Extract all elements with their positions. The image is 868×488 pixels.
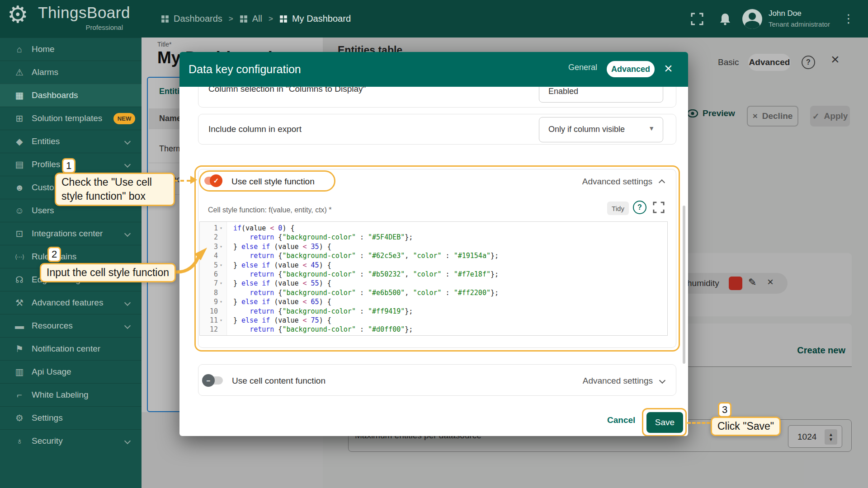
breadcrumb-separator: > xyxy=(229,14,233,23)
chevron-down-icon xyxy=(124,438,131,444)
step-badge-1: 1 xyxy=(62,158,75,174)
fn-signature-label: Cell style function: f(value, entity, ct… xyxy=(208,206,332,214)
sidebar-item-label: Security xyxy=(32,436,63,446)
code-line[interactable]: 11▾} else if (value < 75) { xyxy=(200,316,667,325)
sidebar-item-home[interactable]: ⌂Home xyxy=(0,38,142,61)
chevron-down-icon xyxy=(124,300,131,306)
chevron-down-icon xyxy=(124,138,131,145)
sidebar-item-api-usage[interactable]: ▥Api Usage xyxy=(0,360,142,383)
code-line[interactable]: 4 return {"background-color" : "#62c5e3"… xyxy=(200,251,667,260)
fn-fullscreen-icon[interactable] xyxy=(653,202,665,215)
sidebar-item-resources[interactable]: ▬Resources xyxy=(0,314,142,337)
code-line[interactable]: 3▾} else if (value < 35) { xyxy=(200,242,667,251)
new-badge: NEW xyxy=(113,113,135,124)
dialog-close-icon[interactable]: × xyxy=(664,60,673,77)
code-editor[interactable]: 1▾if(value < 0) {2 return {"background-c… xyxy=(199,221,668,336)
dialog-scrollbar[interactable] xyxy=(683,206,685,364)
cell-style-toggle-knob[interactable]: ✓ xyxy=(210,174,222,187)
line-number: 1 xyxy=(200,224,218,233)
dialog-title: Data key configuration xyxy=(189,63,301,76)
more-menu-icon[interactable]: ⋮ xyxy=(843,0,854,38)
chevron-down-icon xyxy=(124,161,131,168)
fold-arrow-icon[interactable]: ▾ xyxy=(220,261,222,270)
code-line[interactable]: 2 return {"background-color" : "#5F4DEB"… xyxy=(200,233,667,242)
logo-title: ThingsBoard xyxy=(38,4,130,22)
fold-arrow-icon[interactable]: ▾ xyxy=(220,224,222,233)
cancel-button[interactable]: Cancel xyxy=(607,415,635,425)
thingsboard-logo-icon: ⚙ xyxy=(7,1,28,28)
sidebar-item-security[interactable]: ♁Security xyxy=(0,429,142,452)
top-app-bar: ⚙ ThingsBoard Professional Dashboards>Al… xyxy=(0,0,868,38)
tidy-button[interactable]: Tidy xyxy=(607,202,629,215)
sidebar-item-dashboards[interactable]: ▦Dashboards xyxy=(0,84,142,107)
integrations-center-icon: ⊡ xyxy=(13,228,26,239)
fn-help-icon[interactable]: ? xyxy=(633,201,646,214)
code-line[interactable]: 7▾} else if (value < 55) { xyxy=(200,279,667,288)
fold-arrow-icon[interactable]: ▾ xyxy=(220,334,222,336)
sidebar-item-solution-templates[interactable]: ⊞Solution templatesNEW xyxy=(0,107,142,130)
advanced-settings-toggle[interactable]: Advanced settings xyxy=(577,177,652,187)
breadcrumb-item[interactable]: Dashboards xyxy=(161,14,222,24)
line-number: 10 xyxy=(200,307,218,316)
code-text: } else if (value < 45) { xyxy=(233,261,331,270)
dashboards-icon: ▦ xyxy=(13,90,26,101)
tab-general[interactable]: General xyxy=(568,63,597,72)
breadcrumb-item[interactable]: All xyxy=(240,14,262,24)
fold-arrow-icon[interactable]: ▾ xyxy=(220,316,222,325)
sidebar-item-label: Entities xyxy=(32,136,60,146)
code-text: } else if (value < 55) { xyxy=(233,279,331,288)
breadcrumb-separator: > xyxy=(269,14,273,23)
white-labeling-icon: ⌐ xyxy=(13,390,26,400)
include-export-value: Only if column visible xyxy=(548,125,625,134)
sidebar-item-white-labeling[interactable]: ⌐White Labeling xyxy=(0,383,142,406)
breadcrumb-item[interactable]: My Dashboard xyxy=(279,14,351,24)
sidebar-item-label: Dashboards xyxy=(32,90,78,100)
step-tooltip-3: Click "Save" xyxy=(711,417,781,436)
breadcrumb-label: All xyxy=(252,14,262,24)
cell-content-row: − Use cell content function Advanced set… xyxy=(198,364,676,396)
fullscreen-icon[interactable] xyxy=(688,0,706,38)
code-line[interactable]: 13▾} else if (value < 85) { xyxy=(200,334,667,336)
sidebar-item-integrations-center[interactable]: ⊡Integrations center xyxy=(0,222,142,245)
sidebar-item-entities[interactable]: ◆Entities xyxy=(0,130,142,153)
include-export-select[interactable]: Only if column visible ▼ xyxy=(539,117,663,142)
resources-icon: ▬ xyxy=(13,321,26,331)
code-text: return {"background-color" : "#62c5e3", … xyxy=(233,251,499,260)
notifications-bell-icon[interactable] xyxy=(716,0,734,38)
line-number: 8 xyxy=(200,288,218,297)
code-line[interactable]: 8 return {"background-color" : "#e6b500"… xyxy=(200,288,667,297)
save-button[interactable]: Save xyxy=(646,412,683,433)
tab-advanced[interactable]: Advanced xyxy=(607,61,655,77)
code-line[interactable]: 10 return {"background-color" : "#ff9419… xyxy=(200,307,667,316)
code-text: } else if (value < 75) { xyxy=(233,316,331,325)
avatar[interactable] xyxy=(741,0,764,38)
advanced-settings-toggle[interactable]: Advanced settings xyxy=(578,376,653,386)
code-text: if(value < 0) { xyxy=(233,224,294,233)
fold-arrow-icon[interactable]: ▾ xyxy=(220,297,222,306)
code-line[interactable]: 5▾} else if (value < 45) { xyxy=(200,261,667,270)
security-icon: ♁ xyxy=(13,436,26,446)
advanced-features-icon: ⚒ xyxy=(13,297,26,308)
code-text: return {"background-color" : "#b50232", … xyxy=(233,270,499,279)
step-tooltip-1: Check the "Use cell style function" box xyxy=(55,173,175,206)
cell-content-toggle-label: Use cell content function xyxy=(232,376,326,386)
chevron-down-icon xyxy=(124,323,131,329)
fold-arrow-icon[interactable]: ▾ xyxy=(220,242,222,251)
chevron-down-icon[interactable] xyxy=(659,377,665,384)
cell-content-toggle-knob[interactable]: − xyxy=(202,374,215,387)
code-line[interactable]: 9▾} else if (value < 65) { xyxy=(200,297,667,306)
sidebar-item-advanced-features[interactable]: ⚒Advanced features xyxy=(0,291,142,314)
include-export-label: Include column in export xyxy=(208,124,302,134)
dashboard-grid-icon xyxy=(279,15,288,23)
step-tooltip-2: Input the cell style function xyxy=(40,263,176,282)
breadcrumb: Dashboards>All>My Dashboard xyxy=(161,0,351,38)
code-line[interactable]: 6 return {"background-color" : "#b50232"… xyxy=(200,270,667,279)
include-export-row: Include column in export Only if column … xyxy=(198,114,676,145)
fold-arrow-icon[interactable]: ▾ xyxy=(220,279,222,288)
sidebar-item-settings[interactable]: ⚙Settings xyxy=(0,406,142,429)
code-line[interactable]: 1▾if(value < 0) { xyxy=(200,224,667,233)
sidebar-item-alarms[interactable]: ⚠Alarms xyxy=(0,61,142,84)
sidebar-item-notification-center[interactable]: ⚑Notification center xyxy=(0,337,142,360)
rule-chains-icon: ⟨⋯⟩ xyxy=(13,253,26,260)
code-line[interactable]: 12 return {"background-color" : "#d0ff00… xyxy=(200,325,667,334)
